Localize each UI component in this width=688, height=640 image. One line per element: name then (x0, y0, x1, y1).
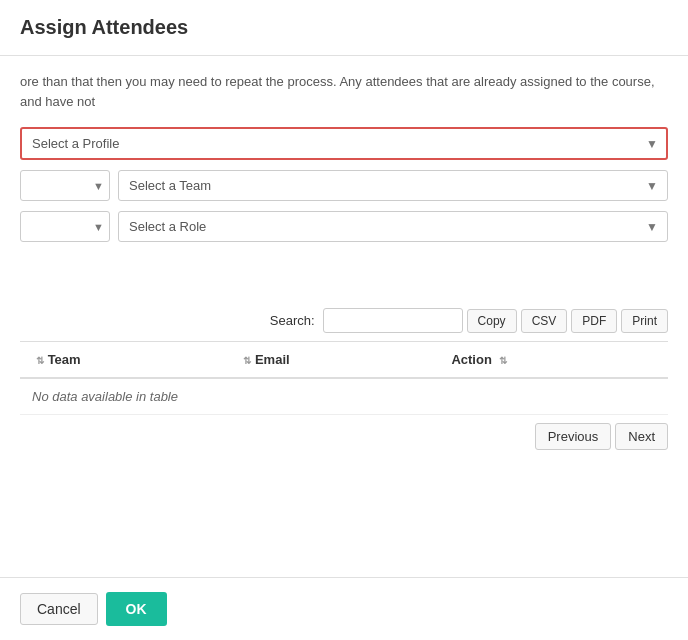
profile-row: Select a Profile ▼ (20, 127, 668, 160)
csv-button[interactable]: CSV (521, 309, 568, 333)
team-select-wrapper: Select a Team ▼ (118, 170, 668, 201)
table-section: Search: Copy CSV PDF Print ⇅ Team ⇅ (20, 308, 668, 450)
print-button[interactable]: Print (621, 309, 668, 333)
left-select-1[interactable] (20, 170, 110, 201)
form-section: Select a Profile ▼ ▼ Select a Team (20, 127, 668, 242)
previous-button[interactable]: Previous (535, 423, 612, 450)
role-row: ▼ Select a Role ▼ (20, 211, 668, 242)
left-select-2[interactable] (20, 211, 110, 242)
col-email: ⇅ Email (227, 342, 439, 379)
profile-select[interactable]: Select a Profile (20, 127, 668, 160)
copy-button[interactable]: Copy (467, 309, 517, 333)
no-data-text: No data available in table (20, 378, 668, 415)
cancel-button[interactable]: Cancel (20, 593, 98, 625)
info-text: ore than that then you may need to repea… (20, 56, 668, 127)
col-team: ⇅ Team (20, 342, 227, 379)
sort-icon-action: ⇅ (499, 355, 507, 366)
search-label: Search: (270, 313, 315, 328)
no-data-row: No data available in table (20, 378, 668, 415)
ok-button[interactable]: OK (106, 592, 167, 626)
modal-header: Assign Attendees (0, 0, 688, 56)
next-button[interactable]: Next (615, 423, 668, 450)
pdf-button[interactable]: PDF (571, 309, 617, 333)
modal-body: ore than that then you may need to repea… (0, 56, 688, 577)
pagination-row: Previous Next (20, 423, 668, 450)
col-action: Action ⇅ (439, 342, 668, 379)
team-select[interactable]: Select a Team (118, 170, 668, 201)
table-header-row: ⇅ Team ⇅ Email Action ⇅ (20, 342, 668, 379)
sort-icon-email: ⇅ (243, 355, 251, 366)
data-table: ⇅ Team ⇅ Email Action ⇅ (20, 341, 668, 415)
sort-icon-team: ⇅ (36, 355, 44, 366)
table-toolbar: Search: Copy CSV PDF Print (20, 308, 668, 333)
team-row: ▼ Select a Team ▼ (20, 170, 668, 201)
profile-select-wrapper: Select a Profile ▼ (20, 127, 668, 160)
spacer (20, 252, 668, 292)
modal-title: Assign Attendees (20, 16, 668, 39)
modal-container: Assign Attendees ore than that then you … (0, 0, 688, 640)
role-select-wrapper: Select a Role ▼ (118, 211, 668, 242)
modal-footer: Cancel OK (0, 577, 688, 640)
search-input[interactable] (323, 308, 463, 333)
role-select[interactable]: Select a Role (118, 211, 668, 242)
